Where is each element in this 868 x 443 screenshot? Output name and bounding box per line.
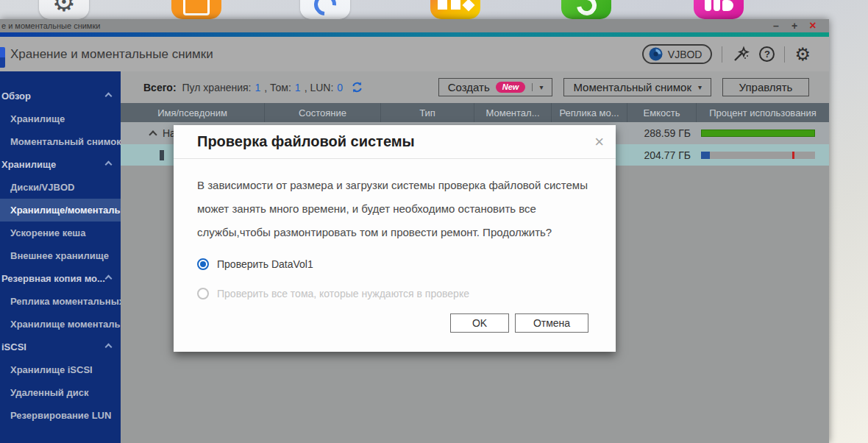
usage-threshold-marker xyxy=(792,152,794,159)
volume-usage-bar xyxy=(701,152,815,159)
sidebar-section-iscsi[interactable]: iSCSI xyxy=(0,336,121,358)
sidebar-item-snapshot-vault[interactable]: Хранилище моментальн... xyxy=(0,313,121,336)
sidebar-item-lun-backup[interactable]: Резервирование LUN xyxy=(0,404,121,427)
sidebar-item-external-storage[interactable]: Внешнее хранилище xyxy=(0,244,121,267)
toolbar: Всего: Пул хранения: 1 , Том: 1 , LUN: 0 xyxy=(121,71,829,103)
column-header-name[interactable]: Имя/псевдоним xyxy=(121,103,265,122)
chevron-up-icon xyxy=(105,344,113,351)
new-badge: New xyxy=(496,82,526,93)
refresh-icon[interactable] xyxy=(351,81,363,93)
desktop-icon-backup[interactable] xyxy=(694,0,744,19)
sidebar-item-snapshot[interactable]: Моментальный снимок xyxy=(0,130,121,153)
media-icon xyxy=(438,0,473,10)
cancel-button[interactable]: Отмена xyxy=(515,313,588,333)
vjbod-button[interactable]: VJBOD xyxy=(642,44,713,64)
vjbod-label: VJBOD xyxy=(668,49,702,60)
sidebar-item-remote-disk[interactable]: Удаленный диск xyxy=(0,381,121,404)
lun-count: 0 xyxy=(337,82,343,93)
pool-capacity: 288.59 ГБ xyxy=(627,122,697,144)
chevron-down-icon: ▾ xyxy=(698,83,702,91)
sidebar-section-snapshot-backup[interactable]: Резервная копия мо... xyxy=(0,267,121,290)
column-header-type[interactable]: Тип xyxy=(381,103,474,122)
backup-icon xyxy=(705,0,733,11)
snapshot-button[interactable]: Моментальный снимок ▾ xyxy=(563,78,711,96)
magic-wand-icon[interactable] xyxy=(732,46,750,63)
sidebar-item-iscsi-storage[interactable]: Хранилище iSCSI xyxy=(0,358,121,381)
filesystem-check-dialog: Проверка файловой системы × В зависимост… xyxy=(174,125,616,352)
sidebar-item-storage-snapshots[interactable]: Хранилище/моментальн... xyxy=(0,199,121,222)
settings-gear-icon[interactable]: ⚙ xyxy=(794,46,811,63)
dialog-text-line: службы,чтобы размонтировать том и провес… xyxy=(197,221,592,244)
app-header: Хранение и моментальные снимки VJBOD ? ⚙ xyxy=(0,37,829,71)
radio-unselected-icon xyxy=(197,288,209,300)
column-header-status[interactable]: Состояние xyxy=(265,103,381,122)
desktop-icon-help[interactable] xyxy=(561,0,611,19)
sidebar-section-overview[interactable]: Обзор xyxy=(0,85,121,107)
page-title: Хранение и моментальные снимки xyxy=(10,47,642,62)
sidebar: Обзор Хранилище Моментальный снимок Хран… xyxy=(0,71,121,443)
radio-check-all-volumes: Проверить все тома, которые нуждаются в … xyxy=(197,284,592,303)
table-header: Имя/псевдоним Состояние Тип Моментал... … xyxy=(121,103,829,122)
close-window-button[interactable]: × xyxy=(807,20,819,32)
close-dialog-icon[interactable]: × xyxy=(594,134,604,150)
sidebar-item-storage[interactable]: Хранилище xyxy=(0,107,121,130)
window-titlebar: е и моментальные снимки – + × xyxy=(0,19,829,32)
desktop-icon-file-station[interactable] xyxy=(171,0,221,19)
window-title: е и моментальные снимки xyxy=(1,21,764,30)
sidebar-item-disks-vjbod[interactable]: Диски/VJBOD xyxy=(0,176,121,199)
totals-summary: Всего: Пул хранения: 1 , Том: 1 , LUN: 0 xyxy=(143,81,363,93)
vjbod-disc-icon xyxy=(649,47,663,61)
column-header-snapshot[interactable]: Моментал... xyxy=(474,103,552,122)
volume-count: 1 xyxy=(295,82,301,93)
volume-capacity: 204.77 ГБ xyxy=(627,144,697,166)
manage-button[interactable]: Управлять xyxy=(722,78,809,96)
swirl-icon xyxy=(572,0,600,19)
sidebar-section-storage[interactable]: Хранилище xyxy=(0,153,121,176)
folder-icon xyxy=(183,0,210,15)
minimize-button[interactable]: – xyxy=(770,20,782,32)
separator xyxy=(722,46,722,63)
column-header-capacity[interactable]: Емкость xyxy=(627,103,697,122)
desktop-icon-cloud[interactable] xyxy=(300,0,350,19)
volume-icon-fragment xyxy=(160,150,164,160)
chevron-up-icon xyxy=(105,93,113,100)
gear-tile-icon: ⚙ xyxy=(52,0,76,15)
radio-selected-icon xyxy=(197,258,209,270)
sidebar-item-snapshot-replica[interactable]: Реплика моментальных ... xyxy=(0,290,121,313)
column-header-usage[interactable]: Процент использования xyxy=(697,103,829,122)
app-logo-icon xyxy=(0,47,5,68)
desktop-icon-settings[interactable]: ⚙ xyxy=(39,0,89,19)
dialog-title: Проверка файловой системы xyxy=(197,133,594,150)
pool-usage-bar xyxy=(701,130,815,137)
totals-label: Всего: xyxy=(143,82,177,93)
sidebar-item-cache-acceleration[interactable]: Ускорение кеша xyxy=(0,222,121,244)
help-icon[interactable]: ? xyxy=(759,46,775,62)
chevron-up-icon xyxy=(105,161,113,169)
maximize-button[interactable]: + xyxy=(789,20,800,32)
dialog-text-line: может занять много времени, и будет необ… xyxy=(197,197,592,221)
column-header-replica[interactable]: Реплика мо... xyxy=(552,103,627,122)
chevron-down-icon: ▾ xyxy=(532,83,543,91)
ok-button[interactable]: OK xyxy=(450,313,509,333)
cloud-icon xyxy=(310,0,341,20)
separator xyxy=(784,46,785,63)
pool-count: 1 xyxy=(255,82,260,93)
dialog-text-line: В зависимости от размера и загрузки сист… xyxy=(197,174,592,197)
chevron-up-icon xyxy=(105,275,113,283)
desktop-icon-media[interactable] xyxy=(430,0,480,19)
create-button[interactable]: Создать New ▾ xyxy=(438,78,553,96)
collapse-row-icon[interactable] xyxy=(149,130,157,138)
radio-check-datavol1[interactable]: Проверить DataVol1 xyxy=(197,255,592,274)
